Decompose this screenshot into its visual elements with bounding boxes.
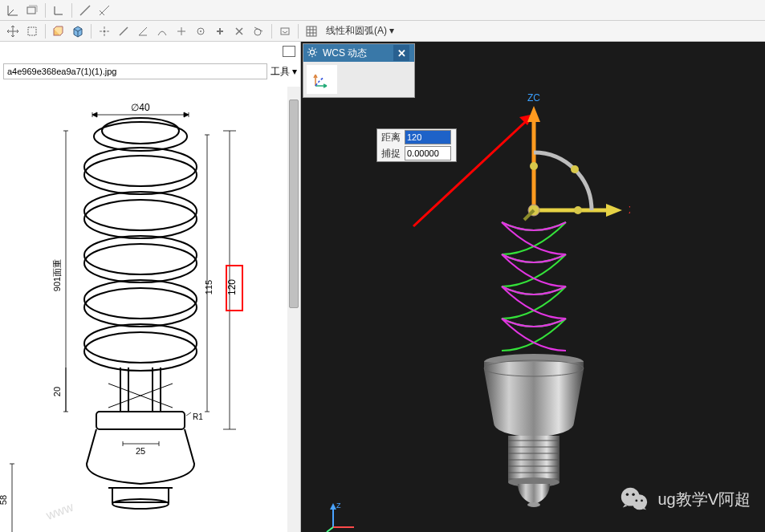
tool-select-icon[interactable] bbox=[23, 22, 41, 40]
tool-snap-plus-icon[interactable] bbox=[211, 22, 229, 40]
tool-box-icon[interactable] bbox=[50, 22, 67, 40]
viewport-3d[interactable]: WCS 动态 ✕ 距离 捕捉 bbox=[301, 42, 765, 532]
svg-rect-1 bbox=[28, 27, 36, 35]
svg-point-20 bbox=[84, 324, 197, 363]
svg-text:www: www bbox=[43, 500, 75, 522]
menu-lines-arcs[interactable]: 线性和圆弧(A) ▾ bbox=[326, 24, 394, 38]
svg-point-23 bbox=[112, 499, 169, 509]
tool-grid-icon[interactable] bbox=[303, 22, 320, 40]
svg-text:XC: XC bbox=[629, 205, 630, 216]
svg-marker-50 bbox=[330, 503, 336, 510]
image-path-input[interactable] bbox=[3, 63, 267, 79]
svg-rect-0 bbox=[27, 7, 35, 14]
svg-point-17 bbox=[84, 244, 197, 282]
svg-point-57 bbox=[633, 493, 635, 496]
distance-label: 距离 bbox=[377, 131, 405, 144]
svg-text:Z: Z bbox=[336, 502, 341, 510]
svg-point-18 bbox=[84, 280, 197, 319]
tool-snap-x-icon[interactable] bbox=[230, 22, 248, 40]
svg-text:∅40: ∅40 bbox=[131, 102, 150, 113]
tool-axis-icon[interactable] bbox=[50, 2, 67, 19]
mini-triad: Z bbox=[325, 500, 360, 532]
svg-marker-37 bbox=[606, 204, 622, 217]
lamp-base-model bbox=[470, 351, 598, 527]
watermark: ug教学V阿超 bbox=[619, 484, 751, 514]
tool-snap-angle-icon[interactable] bbox=[134, 22, 152, 40]
wcs-title-text: WCS 动态 bbox=[308, 47, 393, 60]
tool-snap-tangent-icon[interactable] bbox=[250, 22, 267, 40]
tool-snap1-icon[interactable] bbox=[96, 22, 113, 40]
svg-text:58: 58 bbox=[0, 495, 8, 505]
svg-rect-8 bbox=[307, 26, 316, 36]
svg-point-48 bbox=[527, 502, 540, 507]
svg-rect-2 bbox=[54, 29, 60, 35]
svg-point-19 bbox=[84, 288, 197, 327]
svg-rect-7 bbox=[281, 28, 289, 35]
tool-line1-icon[interactable] bbox=[76, 2, 94, 19]
tool-snap-arc-icon[interactable] bbox=[153, 22, 171, 40]
svg-point-41 bbox=[574, 206, 582, 214]
svg-line-53 bbox=[327, 527, 333, 532]
wechat-icon bbox=[619, 484, 649, 514]
svg-point-5 bbox=[200, 30, 201, 32]
toolbar-row-2: 线性和圆弧(A) ▾ bbox=[0, 21, 765, 42]
helix-curves bbox=[482, 214, 586, 359]
svg-text:R1: R1 bbox=[193, 412, 203, 421]
svg-point-12 bbox=[84, 148, 197, 186]
svg-point-40 bbox=[571, 165, 579, 173]
tools-dropdown[interactable]: 工具 ▾ bbox=[271, 65, 297, 79]
tool-line2-icon[interactable] bbox=[96, 2, 113, 19]
svg-text:20: 20 bbox=[52, 387, 62, 396]
svg-point-3 bbox=[104, 30, 106, 32]
highlight-120 bbox=[226, 265, 243, 311]
svg-marker-34 bbox=[527, 106, 540, 122]
tool-dropdown-icon[interactable] bbox=[276, 22, 294, 40]
svg-point-59 bbox=[641, 499, 643, 502]
svg-point-15 bbox=[84, 200, 197, 238]
svg-point-14 bbox=[84, 192, 197, 230]
svg-rect-46 bbox=[508, 436, 560, 482]
left-reference-pane: 工具 ▾ ∅40 bbox=[0, 42, 301, 532]
scrollbar-vertical[interactable] bbox=[287, 87, 300, 532]
svg-point-4 bbox=[197, 28, 204, 35]
svg-text:ZC: ZC bbox=[527, 92, 540, 104]
tool-snap-circle-icon[interactable] bbox=[192, 22, 210, 40]
close-icon[interactable]: ✕ bbox=[393, 45, 409, 61]
svg-point-58 bbox=[636, 499, 638, 502]
tool-snap-slash-icon[interactable] bbox=[115, 22, 132, 40]
tool-shape-icon[interactable] bbox=[23, 2, 41, 19]
tool-snap-cross-icon[interactable] bbox=[173, 22, 190, 40]
gear-icon bbox=[307, 47, 318, 58]
svg-text:115: 115 bbox=[204, 280, 214, 294]
toolbar-row-1 bbox=[0, 0, 765, 21]
svg-text:25: 25 bbox=[136, 446, 145, 456]
svg-text:901面重: 901面重 bbox=[52, 259, 62, 291]
svg-point-21 bbox=[84, 332, 197, 371]
tool-solid-icon[interactable] bbox=[69, 22, 87, 40]
svg-point-39 bbox=[530, 162, 538, 170]
tool-coord-icon[interactable] bbox=[4, 2, 22, 19]
svg-point-16 bbox=[84, 236, 197, 274]
wcs-dynamic-button[interactable] bbox=[307, 65, 337, 94]
svg-point-32 bbox=[310, 50, 314, 54]
tool-move-icon[interactable] bbox=[4, 22, 22, 40]
svg-point-11 bbox=[94, 122, 187, 151]
svg-point-56 bbox=[626, 493, 629, 496]
svg-point-13 bbox=[84, 156, 197, 194]
maximize-icon[interactable] bbox=[283, 46, 295, 57]
svg-rect-22 bbox=[96, 412, 185, 429]
snap-label: 捕捉 bbox=[377, 147, 405, 160]
svg-point-55 bbox=[633, 494, 648, 510]
wcs-panel: WCS 动态 ✕ bbox=[303, 43, 415, 98]
svg-point-6 bbox=[254, 29, 261, 35]
